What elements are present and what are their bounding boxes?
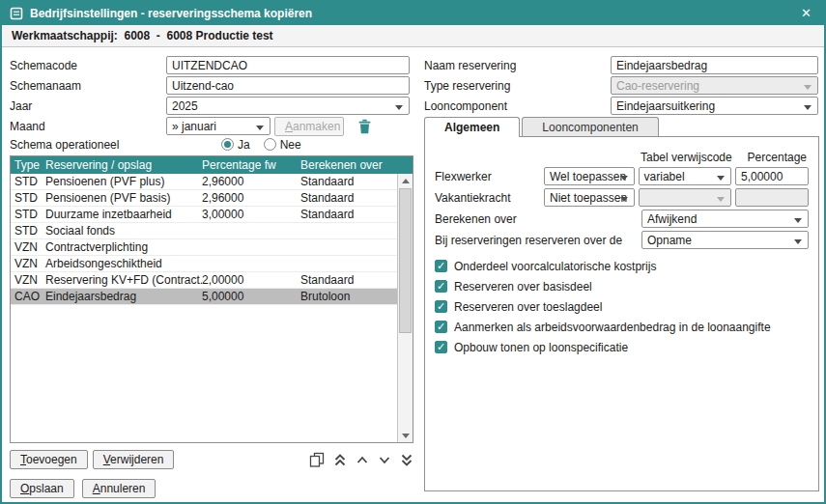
naam-reservering-row: Naam reservering [424,55,819,75]
jaar-row: Jaar 2025 [10,96,413,116]
flexwerker-label: Flexwerker [435,170,544,183]
header-berekenen-over: Berekenen over [300,158,413,172]
table-row[interactable]: STD Pensioenen (PVF basis) 2,96000 Stand… [11,190,397,207]
double-chevron-down-icon [400,453,413,467]
schemacode-input[interactable] [166,56,410,74]
schemanaam-row: Schemanaam [10,75,413,96]
maand-select[interactable]: » januari [166,117,271,135]
dialog-window: Bedrijfsinstellingen - reserveringsschem… [0,0,826,504]
cell-reservering: Eindejaarsbedrag [45,290,202,303]
schemanaam-label: Schemanaam [10,79,166,93]
move-bottom-button[interactable] [400,451,413,468]
table-row[interactable]: VZN Contractverplichting [11,239,397,256]
checkbox-voorcalculatorische-kostprijs[interactable] [435,260,447,272]
schemacode-label: Schemacode [10,59,166,72]
schemacode-row: Schemacode [10,55,413,75]
flexwerker-toepassen-select[interactable]: Wel toepassen [544,167,635,185]
panel-column-headers: Tabel verwijscode Percentage [435,151,809,165]
type-reservering-select: Cao-reservering [611,76,818,95]
checkbox-reserveren-toeslagdeel[interactable] [435,300,447,313]
berekenen-over-select[interactable]: Afwijkend [641,210,809,228]
col-header-percentage: Percentage [738,151,809,165]
col-header-tabel-verwijscode: Tabel verwijscode [641,151,734,165]
flexwerker-verwijscode-select[interactable]: variabel [639,167,731,185]
checkbox-row: Opbouw tonen op loonspecificatie [435,337,809,357]
schema-operationeel-row: Schema operationeel Ja Nee [10,136,413,153]
checkbox-label: Opbouw tonen op loonspecificatie [454,341,628,354]
scrollbar-thumb[interactable] [399,188,412,333]
verwijderen-button[interactable]: Verwijderen [93,450,175,469]
cell-type: STD [11,208,45,221]
radio-ja[interactable] [221,138,234,151]
checkbox-label: Reserveren over toeslagdeel [454,300,602,314]
copy-icon [309,452,325,467]
cell-reservering: Arbeidsongeschiktheid [45,257,202,270]
move-up-button[interactable] [356,451,369,468]
toevoegen-button[interactable]: Toevoegen [10,450,88,469]
reserveren-over-select[interactable]: Opname [641,231,809,249]
move-top-button[interactable] [333,451,347,468]
annuleren-button[interactable]: Annuleren [82,479,157,498]
cell-berekenen-over: Standaard [300,208,397,221]
move-down-button[interactable] [378,451,391,468]
checkbox-row: Reserveren over toeslagdeel [435,296,809,317]
maand-label: Maand [10,120,166,133]
table-row-selected[interactable]: CAO Eindejaarsbedrag 5,00000 Brutoloon [11,289,397,305]
looncomponent-select[interactable]: Eindejaarsuitkering [611,97,818,115]
right-pane: Naam reservering Type reservering Cao-re… [424,55,819,491]
schemanaam-input[interactable] [166,76,410,95]
checkbox-arbeidsvoorwaardenbedrag[interactable] [435,321,447,333]
table-row[interactable]: STD Sociaal fonds [11,223,397,239]
schema-operationeel-label: Schema operationeel [10,138,166,152]
cell-percentage: 2,96000 [202,175,300,188]
header-percentage-fw: Percentage fw [202,158,300,172]
table-scrollbar[interactable] [397,174,413,442]
table-row[interactable]: STD Pensioenen (PVF plus) 2,96000 Standa… [11,174,397,190]
flexwerker-percentage-input[interactable] [735,167,809,185]
scroll-up-icon[interactable] [398,174,413,187]
table-body: STD Pensioenen (PVF plus) 2,96000 Standa… [11,174,397,442]
cell-reservering: Sociaal fonds [45,224,202,238]
vakantiekracht-toepassen-select[interactable]: Niet toepassen [544,188,635,207]
aanmaken-button[interactable]: Aanmaken [274,117,344,136]
cell-type: VZN [11,273,45,287]
reserveren-over-label: Bij reserveringen reserveren over de [435,234,641,247]
berekenen-over-value: Afwijkend [647,212,697,226]
table-row[interactable]: STD Duurzame inzetbaarheid 3,00000 Stand… [11,207,397,223]
cell-percentage: 5,00000 [202,290,300,303]
checkbox-row: Reserveren over basisdeel [435,276,809,296]
cell-type: VZN [11,240,45,254]
jaar-label: Jaar [10,99,166,113]
radio-nee-label: Nee [280,138,301,152]
checkbox-label: Onderdeel voorcalculatorische kostprijs [454,260,656,273]
flexwerker-toepassen-value: Wel toepassen [550,170,626,183]
flexwerker-verwijscode-value: variabel [644,170,685,183]
reserveringen-table: Type Reservering / opslag Percentage fw … [10,155,413,443]
vakantiekracht-label: Vakantiekracht [435,191,544,205]
double-chevron-up-icon [333,453,347,467]
checkbox-row: Aanmerken als arbeidsvoorwaardenbedrag i… [435,317,809,337]
close-icon[interactable]: ✕ [796,4,816,23]
chevron-up-icon [356,453,369,467]
cell-berekenen-over: Standaard [300,191,397,205]
tab-algemeen[interactable]: Algemeen [424,117,520,137]
table-row[interactable]: VZN Reservering KV+FD (Contract... 2,000… [11,272,397,289]
radio-nee[interactable] [264,138,276,151]
tab-looncomponenten[interactable]: Looncomponenten [522,117,658,136]
jaar-select[interactable]: 2025 [166,97,410,115]
checkbox-opbouw-loonspecificatie[interactable] [435,341,447,353]
tab-bar: Algemeen Looncomponenten [424,116,819,136]
header-type: Type [11,158,45,172]
opslaan-button[interactable]: Opslaan [10,479,74,498]
naam-reservering-label: Naam reservering [424,59,611,72]
cell-berekenen-over: Standaard [300,175,397,188]
title-bar: Bedrijfsinstellingen - reserveringsschem… [2,2,824,25]
cell-type: VZN [11,257,45,270]
scroll-down-icon[interactable] [398,429,413,442]
checkbox-reserveren-basisdeel[interactable] [435,280,447,293]
table-header: Type Reservering / opslag Percentage fw … [11,156,413,174]
table-row[interactable]: VZN Arbeidsongeschiktheid [11,256,397,272]
copy-row-button[interactable] [309,451,325,468]
naam-reservering-input[interactable] [611,56,818,74]
delete-schema-button[interactable] [357,118,372,135]
